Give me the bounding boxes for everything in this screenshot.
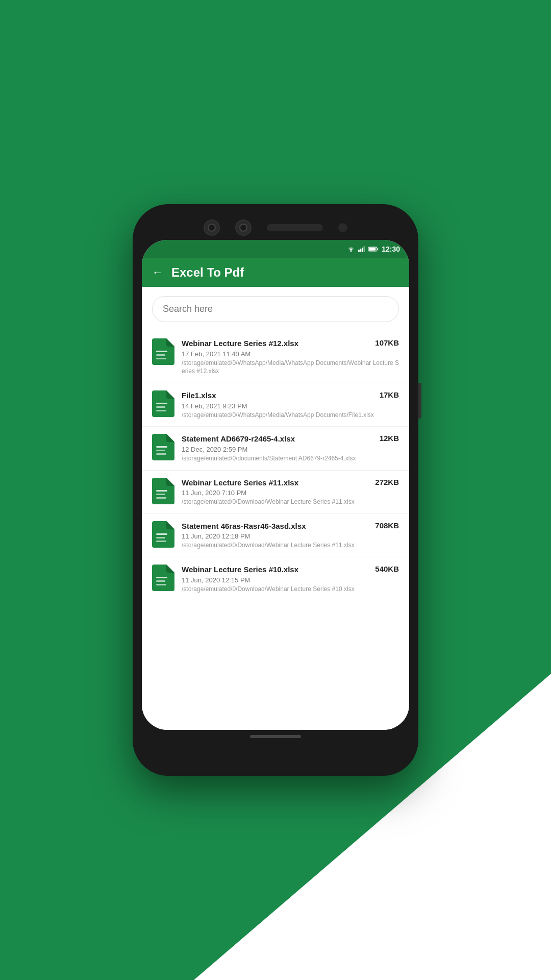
- file-name: Statement AD6679-r2465-4.xlsx: [182, 434, 375, 444]
- phone-device: 12:30 ← Excel To Pdf: [133, 204, 418, 776]
- svg-rect-9: [156, 354, 165, 356]
- svg-rect-15: [156, 450, 165, 451]
- file-info: File1.xlsx 17KB 14 Feb, 2021 9:23 PM /st…: [182, 390, 399, 419]
- file-date: 17 Feb, 2021 11:40 AM: [182, 350, 399, 358]
- svg-rect-21: [156, 537, 165, 538]
- search-input[interactable]: [152, 296, 399, 322]
- svg-rect-19: [156, 497, 166, 499]
- file-path: /storage/emulated/0/WhatsApp/Media/Whats…: [182, 411, 399, 420]
- svg-rect-6: [377, 248, 378, 250]
- file-name: Webinar Lecture Series #12.xlsx: [182, 338, 371, 349]
- file-date: 14 Feb, 2021 9:23 PM: [182, 402, 399, 410]
- file-icon: [152, 478, 174, 504]
- file-size: 17KB: [380, 390, 399, 399]
- svg-rect-10: [156, 358, 166, 359]
- svg-rect-25: [156, 584, 166, 585]
- file-item[interactable]: Webinar Lecture Series #10.xlsx 540KB 11…: [142, 557, 409, 600]
- svg-rect-16: [156, 453, 166, 455]
- side-button: [418, 383, 421, 419]
- file-size: 272KB: [375, 478, 399, 486]
- svg-rect-2: [360, 249, 362, 252]
- file-icon: [152, 565, 174, 591]
- svg-point-0: [350, 251, 352, 252]
- back-button[interactable]: ←: [152, 266, 163, 279]
- file-date: 11 Jun, 2020 12:18 PM: [182, 532, 399, 540]
- file-date: 11 Jun, 2020 7:10 PM: [182, 489, 399, 497]
- front-camera-right: [235, 219, 252, 236]
- file-icon: [152, 338, 174, 365]
- file-icon: [152, 390, 174, 417]
- svg-rect-14: [156, 446, 167, 448]
- file-info: Webinar Lecture Series #10.xlsx 540KB 11…: [182, 565, 399, 593]
- sensor-dot: [338, 223, 347, 232]
- status-time: 12:30: [382, 245, 400, 253]
- app-title: Excel To Pdf: [171, 265, 244, 280]
- battery-icon: [368, 246, 379, 252]
- file-path: /storage/emulated/0/WhatsApp/Media/Whats…: [182, 359, 399, 376]
- status-bar: 12:30: [142, 240, 409, 258]
- svg-rect-3: [362, 248, 363, 252]
- file-name: Webinar Lecture Series #11.xlsx: [182, 478, 371, 488]
- file-icon: [152, 434, 174, 460]
- svg-rect-8: [156, 351, 167, 352]
- file-icon: [152, 521, 174, 548]
- svg-rect-1: [358, 250, 360, 252]
- phone-shell: 12:30 ← Excel To Pdf: [133, 204, 418, 776]
- file-name: File1.xlsx: [182, 390, 375, 401]
- earpiece-speaker: [267, 224, 323, 231]
- file-path: /storage/emulated/0/Download/Webinar Lec…: [182, 585, 399, 594]
- file-item[interactable]: Statement AD6679-r2465-4.xlsx 12KB 12 De…: [142, 427, 409, 470]
- file-item[interactable]: Webinar Lecture Series #12.xlsx 107KB 17…: [142, 331, 409, 383]
- svg-rect-22: [156, 541, 166, 542]
- search-container: [142, 287, 409, 327]
- file-info: Webinar Lecture Series #12.xlsx 107KB 17…: [182, 338, 399, 376]
- file-item[interactable]: Webinar Lecture Series #11.xlsx 272KB 11…: [142, 471, 409, 514]
- file-name: Webinar Lecture Series #10.xlsx: [182, 565, 371, 575]
- svg-rect-18: [156, 494, 165, 495]
- file-item[interactable]: File1.xlsx 17KB 14 Feb, 2021 9:23 PM /st…: [142, 383, 409, 427]
- file-list: Webinar Lecture Series #12.xlsx 107KB 17…: [142, 327, 409, 730]
- front-camera-left: [204, 219, 220, 236]
- phone-top-bar: [142, 213, 409, 240]
- file-path: /storage/emulated/0/Download/Webinar Lec…: [182, 498, 399, 506]
- wifi-icon: [347, 246, 355, 252]
- svg-rect-17: [156, 490, 167, 492]
- file-size: 107KB: [375, 338, 399, 347]
- file-info: Statement 46ras-Rasr46-3asd.xlsx 708KB 1…: [182, 521, 399, 550]
- file-size: 708KB: [375, 521, 399, 530]
- svg-rect-24: [156, 580, 165, 582]
- svg-rect-11: [156, 403, 167, 404]
- status-icons: 12:30: [347, 245, 400, 253]
- phone-bottom: [142, 730, 409, 746]
- svg-rect-23: [156, 577, 167, 578]
- file-date: 11 Jun, 2020 12:15 PM: [182, 576, 399, 584]
- svg-rect-7: [369, 248, 375, 250]
- signal-icon: [358, 246, 365, 252]
- file-size: 12KB: [380, 434, 399, 443]
- svg-rect-12: [156, 406, 165, 408]
- file-name: Statement 46ras-Rasr46-3asd.xlsx: [182, 521, 371, 531]
- file-info: Statement AD6679-r2465-4.xlsx 12KB 12 De…: [182, 434, 399, 462]
- file-date: 12 Dec, 2020 2:59 PM: [182, 446, 399, 453]
- svg-rect-13: [156, 410, 166, 411]
- file-info: Webinar Lecture Series #11.xlsx 272KB 11…: [182, 478, 399, 506]
- phone-screen: 12:30 ← Excel To Pdf: [142, 240, 409, 730]
- file-path: /storage/emulated/0/documents/Statement …: [182, 454, 399, 463]
- file-size: 540KB: [375, 565, 399, 573]
- svg-rect-4: [364, 246, 365, 252]
- home-indicator: [250, 735, 301, 738]
- file-item[interactable]: Statement 46ras-Rasr46-3asd.xlsx 708KB 1…: [142, 514, 409, 557]
- file-path: /storage/emulated/0/Download/Webinar Lec…: [182, 541, 399, 550]
- app-header: ← Excel To Pdf: [142, 258, 409, 287]
- svg-rect-20: [156, 533, 167, 535]
